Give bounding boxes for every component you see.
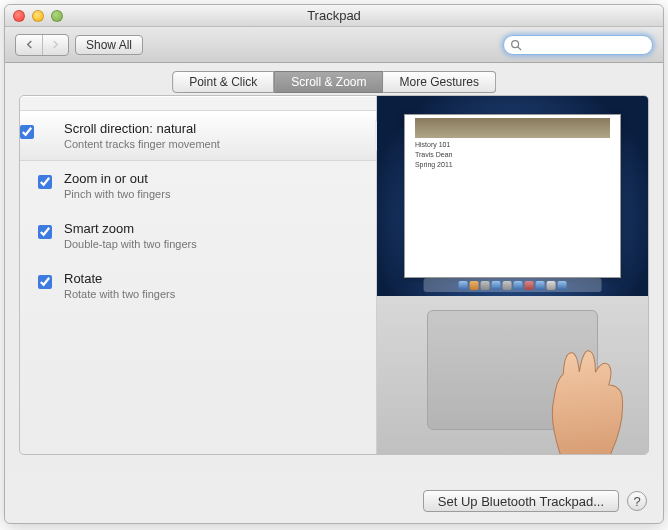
settings-panel: Scroll direction: natural Content tracks…: [19, 95, 649, 455]
doc-line: Travis Dean: [415, 150, 453, 160]
close-icon[interactable]: [13, 10, 25, 22]
titlebar: Trackpad: [5, 5, 663, 27]
preview-document: History 101 Travis Dean Spring 2011: [415, 140, 453, 169]
setting-title: Rotate: [64, 271, 354, 286]
preview-trackpad: [377, 296, 648, 454]
footer: Set Up Bluetooth Trackpad... ?: [5, 479, 663, 523]
checkbox-scroll-direction[interactable]: [20, 125, 34, 139]
show-all-button[interactable]: Show All: [75, 35, 143, 55]
setting-subtitle: Rotate with two fingers: [64, 288, 354, 300]
svg-point-0: [512, 40, 519, 47]
forward-button[interactable]: [42, 35, 68, 55]
back-button[interactable]: [16, 35, 42, 55]
settings-list: Scroll direction: natural Content tracks…: [20, 96, 376, 454]
hand-icon: [520, 333, 642, 454]
tab-bar: Point & Click Scroll & Zoom More Gesture…: [172, 71, 496, 93]
setting-smart-zoom[interactable]: Smart zoom Double-tap with two fingers: [38, 211, 376, 261]
traffic-lights: [13, 10, 63, 22]
content: Point & Click Scroll & Zoom More Gesture…: [5, 63, 663, 479]
window-title: Trackpad: [5, 8, 663, 23]
preview-photo: [415, 118, 610, 138]
toolbar: Show All: [5, 27, 663, 63]
setting-rotate[interactable]: Rotate Rotate with two fingers: [38, 261, 376, 311]
preview-dock: [423, 278, 602, 292]
tab-more-gestures[interactable]: More Gestures: [384, 71, 496, 93]
search-input[interactable]: [503, 35, 653, 55]
checkbox-smart-zoom[interactable]: [38, 225, 52, 239]
setting-subtitle: Double-tap with two fingers: [64, 238, 354, 250]
setting-subtitle: Content tracks finger movement: [64, 138, 354, 150]
help-button[interactable]: ?: [627, 491, 647, 511]
tab-point-and-click[interactable]: Point & Click: [172, 71, 274, 93]
search-icon: [510, 39, 522, 51]
setting-title: Smart zoom: [64, 221, 354, 236]
checkbox-zoom[interactable]: [38, 175, 52, 189]
setting-zoom[interactable]: Zoom in or out Pinch with two fingers: [38, 161, 376, 211]
setting-scroll-direction[interactable]: Scroll direction: natural Content tracks…: [20, 110, 376, 161]
svg-line-1: [518, 46, 521, 49]
setup-bluetooth-label: Set Up Bluetooth Trackpad...: [438, 494, 604, 509]
setting-title: Zoom in or out: [64, 171, 354, 186]
tab-scroll-and-zoom[interactable]: Scroll & Zoom: [274, 71, 383, 93]
doc-line: Spring 2011: [415, 160, 453, 170]
nav-back-forward: [15, 34, 69, 56]
setup-bluetooth-button[interactable]: Set Up Bluetooth Trackpad...: [423, 490, 619, 512]
setting-subtitle: Pinch with two fingers: [64, 188, 354, 200]
setting-title: Scroll direction: natural: [64, 121, 354, 136]
zoom-icon[interactable]: [51, 10, 63, 22]
preview-screen: History 101 Travis Dean Spring 2011: [377, 96, 648, 296]
preferences-window: Trackpad Show All Point & Click Scroll &…: [4, 4, 664, 524]
help-icon: ?: [633, 494, 640, 509]
minimize-icon[interactable]: [32, 10, 44, 22]
show-all-label: Show All: [86, 38, 132, 52]
checkbox-rotate[interactable]: [38, 275, 52, 289]
gesture-preview: History 101 Travis Dean Spring 2011: [376, 96, 648, 454]
doc-line: History 101: [415, 140, 453, 150]
